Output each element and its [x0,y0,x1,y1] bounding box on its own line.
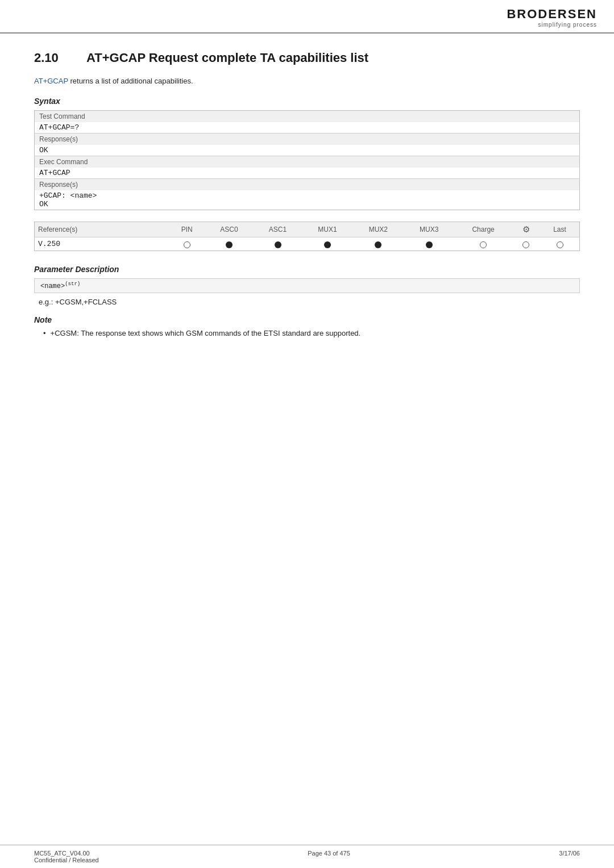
row-label: Exec Command [35,156,580,168]
logo-area: BRODERSEN simplifying process [507,7,597,28]
col-header-pin: PIN [169,222,205,237]
asc0-cell [205,237,254,251]
row-label: Response(s) [35,133,580,145]
bullet-point: • [43,329,46,337]
row-label: Response(s) [35,179,580,191]
last-cell [540,237,579,251]
param-example: e.g.: +CGSM,+FCLASS [39,298,580,306]
row-value: OK [35,145,580,156]
table-row: Response(s) [35,179,580,191]
circle-empty-icon [480,241,487,248]
main-content: 2.10 AT+GCAP Request complete TA capabil… [0,34,614,383]
parameter-table: <name>(str) [34,278,580,293]
table-row: OK [35,145,580,156]
col-header-mux1: MUX1 [302,222,352,237]
circle-empty-icon [557,241,563,248]
circle-filled-icon [375,241,381,248]
footer-right: 3/17/06 [559,850,580,863]
logo-subtitle: simplifying process [538,22,597,28]
section-heading: 2.10 AT+GCAP Request complete TA capabil… [34,51,580,65]
row-value: AT+GCAP [35,168,580,179]
row-value: +GCAP: <name>OK [35,190,580,210]
table-row: Reference(s) PIN ASC0 ASC1 MUX1 MUX2 MUX… [35,222,580,237]
footer-left: MC55_ATC_V04.00 Confidential / Released [34,850,99,863]
circle-filled-icon [426,241,433,248]
at-gcap-link[interactable]: AT+GCAP [34,77,68,85]
syntax-heading: Syntax [34,97,580,106]
footer-doc-id: MC55_ATC_V04.00 [34,850,99,857]
intro-rest: returns a list of additional capabilitie… [68,77,193,85]
col-header-mux3: MUX3 [404,222,454,237]
table-row: Response(s) [35,133,580,145]
section-title: AT+GCAP Request complete TA capabilities… [86,51,368,65]
mux1-cell [302,237,352,251]
note-bullet: • +CGSM: The response text shows which G… [43,329,580,337]
mux2-cell [353,237,404,251]
footer-status: Confidential / Released [34,857,99,863]
col-header-mux2: MUX2 [353,222,404,237]
charge-cell [454,237,512,251]
asc1-cell [254,237,302,251]
ref-value: V.250 [35,237,169,251]
circle-empty-icon [184,241,190,248]
logo-text: BRODERSEN [507,7,597,22]
page-footer: MC55_ATC_V04.00 Confidential / Released … [0,845,614,868]
table-row: +GCAP: <name>OK [35,190,580,210]
reference-table: Reference(s) PIN ASC0 ASC1 MUX1 MUX2 MUX… [34,222,580,251]
page-header: BRODERSEN simplifying process [0,0,614,34]
param-name: <name>(str) [35,279,580,293]
note-heading: Note [34,315,580,324]
mux3-cell [404,237,454,251]
col-header-charge: Charge [454,222,512,237]
circle-filled-icon [226,241,233,248]
parameter-heading: Parameter Description [34,265,580,274]
table-row: AT+GCAP [35,168,580,179]
table-row: Test Command [35,111,580,123]
note-text: +CGSM: The response text shows which GSM… [51,329,361,337]
intro-text: AT+GCAP returns a list of additional cap… [34,77,580,85]
table-row: Exec Command [35,156,580,168]
col-header-settings: ⚙ [512,222,540,237]
table-row: AT+GCAP=? [35,122,580,133]
syntax-table: Test Command AT+GCAP=? Response(s) OK Ex… [34,110,580,210]
circle-filled-icon [275,241,281,248]
table-row: <name>(str) [35,279,580,293]
circle-filled-icon [324,241,331,248]
footer-center: Page 43 of 475 [308,850,350,863]
col-header-last: Last [540,222,579,237]
col-header-asc1: ASC1 [254,222,302,237]
col-header-asc0: ASC0 [205,222,254,237]
table-row: V.250 [35,237,580,251]
section-number: 2.10 [34,51,68,65]
row-value: AT+GCAP=? [35,122,580,133]
circle-empty-icon [522,241,529,248]
pin-cell [169,237,205,251]
param-superscript: (str) [65,281,80,287]
col-header-ref: Reference(s) [35,222,169,237]
settings-cell [512,237,540,251]
row-label: Test Command [35,111,580,123]
